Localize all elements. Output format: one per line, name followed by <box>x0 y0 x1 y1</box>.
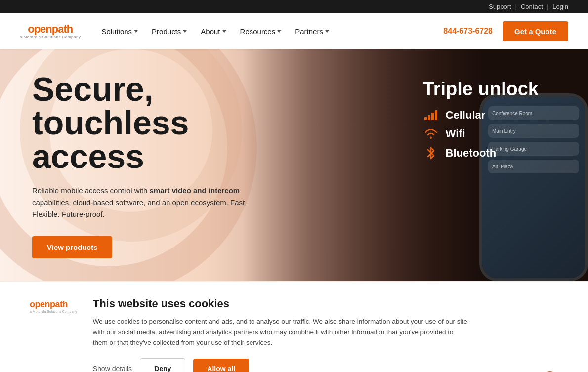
hero-content: Secure, touchless access Reliable mobile… <box>0 72 247 258</box>
cookie-banner: openpath a Motorola Solutions Company Th… <box>0 281 588 372</box>
wifi-label: Wifi <box>446 127 465 140</box>
show-details-button[interactable]: Show details <box>93 365 132 372</box>
svg-point-0 <box>430 137 432 139</box>
solutions-chevron-icon <box>134 30 138 33</box>
cookie-body-text: We use cookies to personalise content an… <box>93 316 468 348</box>
nav-solutions[interactable]: Solutions <box>95 23 144 40</box>
logo-tagline: a Motorola Solutions Company <box>20 35 81 39</box>
separator-1: | <box>515 3 517 10</box>
nav-right: 844-673-6728 Get a Quote <box>443 21 568 41</box>
main-nav: openpath a Motorola Solutions Company So… <box>0 13 588 49</box>
nav-about[interactable]: About <box>195 23 232 40</box>
cookie-logo-text: openpath <box>30 299 68 310</box>
cookie-logo: openpath a Motorola Solutions Company <box>30 297 77 313</box>
unlock-wifi: Wifi <box>423 127 539 140</box>
nav-resources[interactable]: Resources <box>234 23 288 40</box>
cellular-label: Cellular <box>446 109 486 122</box>
hero-subtitle: Reliable mobile access control with smar… <box>32 185 247 220</box>
phone-number[interactable]: 844-673-6728 <box>443 27 493 36</box>
bluetooth-label: Bluetooth <box>446 147 497 160</box>
cookie-logo-sub: a Motorola Solutions Company <box>30 310 77 313</box>
nav-links: Solutions Products About Resources Partn… <box>95 23 443 40</box>
support-link[interactable]: Support <box>489 3 511 10</box>
contact-link[interactable]: Contact <box>521 3 543 10</box>
cellular-icon <box>423 110 439 120</box>
deny-button[interactable]: Deny <box>140 358 185 372</box>
nav-products[interactable]: Products <box>146 23 193 40</box>
products-chevron-icon <box>183 30 187 33</box>
triple-unlock-title: Triple unlock <box>423 79 539 100</box>
top-bar: Support | Contact | Login <box>0 0 588 13</box>
get-quote-button[interactable]: Get a Quote <box>503 21 568 41</box>
about-chevron-icon <box>222 30 226 33</box>
view-products-button[interactable]: View products <box>32 236 112 258</box>
cookie-content: This website uses cookies We use cookies… <box>93 297 558 372</box>
bluetooth-icon <box>423 146 439 160</box>
partners-chevron-icon <box>325 30 329 33</box>
triple-unlock: Triple unlock Cellular <box>423 79 539 166</box>
cookie-actions: Show details Deny Allow all <box>93 358 558 372</box>
separator-2: | <box>547 3 548 10</box>
resources-chevron-icon <box>277 30 281 33</box>
hero-title: Secure, touchless access <box>32 72 247 173</box>
nav-partners[interactable]: Partners <box>289 23 335 40</box>
login-link[interactable]: Login <box>552 3 568 10</box>
allow-all-button[interactable]: Allow all <box>193 359 249 372</box>
unlock-bluetooth: Bluetooth <box>423 146 539 160</box>
logo-main-text: openpath <box>28 24 73 35</box>
unlock-cellular: Cellular <box>423 109 539 122</box>
logo[interactable]: openpath a Motorola Solutions Company <box>20 24 81 39</box>
cookie-title: This website uses cookies <box>93 297 558 310</box>
hero-section: Secure, touchless access Reliable mobile… <box>0 49 588 281</box>
wifi-icon <box>423 128 439 139</box>
